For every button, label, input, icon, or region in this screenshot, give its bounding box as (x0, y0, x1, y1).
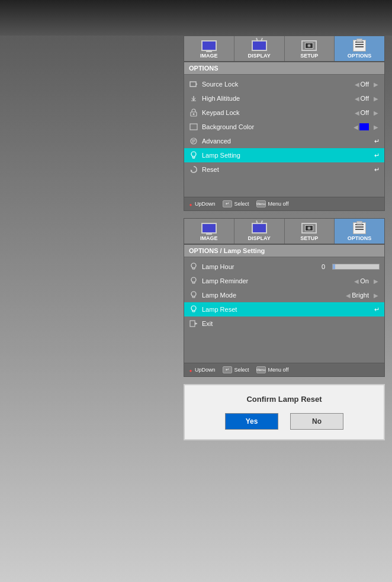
reset-icon (189, 165, 198, 174)
footer-updown-p1: ⬥ UpDown (189, 201, 216, 207)
lamp-reset-enter: ↵ (374, 306, 380, 314)
footer-updown-text-p1: UpDown (195, 201, 216, 207)
lamp-setting-panel: IMAGE DISPLAY SETUP (184, 218, 385, 377)
keypad-lock-item[interactable]: Keypad Lock ◀ Off ▶ (184, 105, 384, 120)
footer-updown-p2: ⬥ UpDown (189, 367, 216, 373)
display-tab-icon (251, 40, 268, 52)
lamp-setting-item[interactable]: Lamp Setting ↵ (184, 148, 384, 162)
lamp-setting-icon (189, 151, 198, 160)
setup-dot (307, 44, 311, 47)
high-altitude-value: Off (361, 95, 369, 102)
source-lock-label: Source Lock (202, 81, 354, 88)
options-panel: IMAGE DISPLAY SETUP (184, 36, 385, 211)
tab-image-p2[interactable]: IMAGE (184, 219, 234, 244)
tv-icon (252, 40, 267, 51)
svg-point-7 (193, 113, 195, 115)
lamp-hour-value: 0 (322, 263, 325, 270)
tab-setup-label-p2: SETUP (300, 235, 318, 241)
tab-options-p1[interactable]: OPTIONS (335, 36, 384, 61)
lamp-reset-label: Lamp Reset (202, 306, 374, 313)
svg-point-19 (191, 292, 196, 296)
image-tab-icon-p2 (201, 222, 217, 234)
lamp-hour-label: Lamp Hour (202, 263, 322, 270)
confirm-no-button[interactable]: No (290, 413, 343, 430)
lamp-hour-item[interactable]: Lamp Hour 0 (184, 260, 384, 274)
confirm-dialog-title: Confirm Lamp Reset (194, 395, 374, 404)
tab-options-label-p1: OPTIONS (348, 53, 372, 59)
svg-rect-0 (190, 82, 196, 87)
setup-icon (301, 40, 317, 51)
image-tab-icon (201, 40, 217, 52)
advanced-label: Advanced (202, 137, 374, 145)
exit-label: Exit (202, 320, 380, 327)
menu-key-p1: Menu (256, 200, 266, 207)
lamp-reminder-icon (189, 276, 198, 286)
lamp-reminder-item[interactable]: Lamp Reminder ◀ On ▶ (184, 274, 384, 288)
tab-setup-p1[interactable]: SETUP (285, 36, 335, 61)
reset-item[interactable]: Reset ↵ (184, 162, 384, 177)
tab-display-p1[interactable]: DISPLAY (234, 36, 285, 61)
background-color-item[interactable]: Background Color ◀ ▶ (184, 120, 384, 134)
lamp-mode-value: Bright (352, 292, 369, 299)
tab-setup-p2[interactable]: SETUP (285, 219, 335, 244)
section-header-p2: OPTIONS / Lamp Setting (184, 245, 384, 257)
tab-options-p2[interactable]: OPTIONS (335, 219, 384, 244)
lamp-reset-icon (189, 305, 198, 314)
display-tab-icon-p2 (251, 222, 268, 234)
lamp-hour-progress: 0 (322, 263, 380, 270)
source-lock-item[interactable]: Source Lock ◀ Off ▶ (184, 77, 384, 91)
lamp-setting-label: Lamp Setting (202, 152, 374, 159)
setup-icon-inner (305, 43, 313, 49)
footer-menuoff-text-p2: Menu off (268, 367, 289, 373)
footer-menuoff-text-p1: Menu off (268, 201, 289, 207)
high-altitude-item[interactable]: High Alititude ◀ Off ▶ (184, 91, 384, 105)
lamp-reminder-label: Lamp Reminder (202, 277, 353, 284)
tab-display-label-p2: DISPLAY (248, 235, 271, 241)
panels-container: IMAGE DISPLAY SETUP (184, 36, 385, 440)
svg-rect-21 (190, 321, 195, 327)
footer-select-p2: ↵ Select (223, 366, 249, 373)
advanced-icon (189, 136, 198, 146)
background-color-label: Background Color (202, 123, 352, 130)
lamp-mode-icon (189, 290, 198, 300)
svg-point-13 (191, 152, 196, 156)
tab-display-label-p1: DISPLAY (248, 53, 271, 59)
tab-display-p2[interactable]: DISPLAY (234, 219, 285, 244)
lamp-setting-enter: ↵ (374, 152, 380, 159)
tab-options-label-p2: OPTIONS (348, 235, 372, 241)
menu-key-p2: Menu (256, 366, 266, 373)
lamp-mode-item[interactable]: Lamp Mode ◀ Bright ▶ (184, 288, 384, 302)
keypad-lock-value: Off (361, 109, 369, 116)
p2-spacer (184, 333, 384, 363)
svg-point-20 (191, 306, 196, 311)
progress-bar (332, 264, 380, 270)
footer-updown-text-p2: UpDown (195, 367, 216, 373)
confirm-yes-button[interactable]: Yes (225, 413, 278, 430)
footer-menuoff-p2: Menu Menu off (256, 366, 289, 373)
setup-icon-inner-p2 (305, 225, 313, 231)
setup-dot-p2 (307, 226, 311, 230)
advanced-item[interactable]: Advanced ↵ (184, 134, 384, 148)
monitor-icon-p2 (201, 223, 217, 234)
svg-point-17 (191, 263, 196, 268)
svg-point-18 (191, 277, 196, 282)
monitor-icon (201, 40, 217, 51)
exit-item[interactable]: Exit (184, 316, 384, 331)
background-color-icon (189, 122, 198, 132)
updown-icon-p2: ⬥ (189, 367, 192, 373)
footer-p2: ⬥ UpDown ↵ Select Menu Menu off (184, 363, 384, 376)
source-lock-value: Off (361, 81, 369, 88)
menu-items-p1: Source Lock ◀ Off ▶ High Alititude (184, 75, 384, 179)
menu-items-p2: Lamp Hour 0 Lamp Reminder ◀ (184, 257, 384, 333)
notepad-icon-p2 (353, 222, 366, 234)
footer-select-text-p1: Select (234, 201, 249, 207)
confirm-dialog: Confirm Lamp Reset Yes No (184, 384, 385, 440)
p1-spacer (184, 179, 384, 197)
tab-setup-label-p1: SETUP (300, 53, 318, 59)
enter-key-p1: ↵ (223, 200, 232, 207)
footer-p1: ⬥ UpDown ↵ Select Menu Menu off (184, 197, 384, 210)
lamp-reset-item[interactable]: Lamp Reset ↵ (184, 302, 384, 316)
footer-menuoff-p1: Menu Menu off (256, 200, 289, 207)
tab-image-p1[interactable]: IMAGE (184, 36, 234, 61)
updown-icon-p1: ⬥ (189, 201, 192, 207)
